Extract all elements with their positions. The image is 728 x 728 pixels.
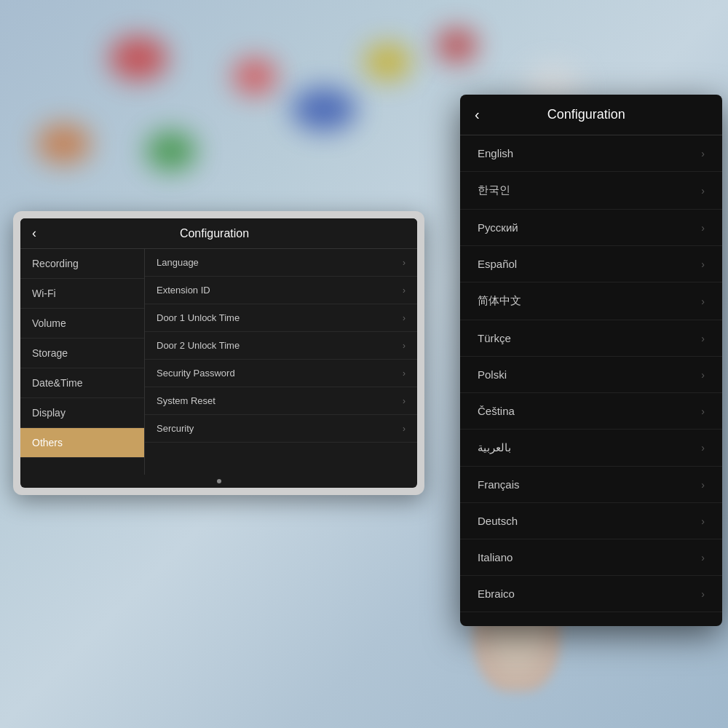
lang-item-german-chevron: › [701,515,705,527]
lang-item-english-chevron: › [701,148,705,159]
lang-item-italian-label: Italiano [478,551,513,563]
menu-item-language[interactable]: Language › [145,249,417,277]
lang-item-korean-label: 한국인 [478,183,510,197]
lang-title: Configuration [491,107,681,122]
lang-item-portuguese[interactable]: Português› [460,612,722,626]
blob-blue [291,87,357,131]
menu-item-door1-unlock-label: Door 1 Unlock Time [157,312,240,323]
lang-item-polish[interactable]: Polski› [460,357,722,393]
menu-item-extension-id-chevron: › [403,285,405,296]
lang-item-chinese-label: 简体中文 [478,294,521,308]
lang-item-korean-chevron: › [701,185,705,197]
device-sidebar: Recording Wi-Fi Volume Storage Date&Time… [20,249,144,475]
sidebar-item-recording[interactable]: Recording [20,249,144,279]
menu-item-door2-unlock[interactable]: Door 2 Unlock Time › [145,332,417,360]
blob-red [109,36,167,80]
lang-item-spanish[interactable]: Español› [460,246,722,282]
sidebar-item-others[interactable]: Others [20,428,144,458]
sidebar-item-storage[interactable]: Storage [20,339,144,368]
lang-item-hebrew-chevron: › [701,588,705,600]
menu-item-extension-id-label: Extension ID [157,285,210,296]
sidebar-item-datetime[interactable]: Date&Time [20,368,144,398]
lang-item-turkish[interactable]: Türkçe› [460,320,722,357]
blob-red3 [437,29,477,62]
lang-item-italian[interactable]: Italiano› [460,539,722,576]
lang-item-hebrew[interactable]: Ebraico› [460,576,722,612]
lang-item-portuguese-label: Português [478,624,527,626]
lang-item-french[interactable]: Français› [460,467,722,503]
lang-item-czech-chevron: › [701,405,705,417]
menu-item-extension-id[interactable]: Extension ID › [145,277,417,304]
device-header: ‹ Configuration [20,218,417,249]
menu-item-door1-unlock[interactable]: Door 1 Unlock Time › [145,304,417,332]
menu-item-system-reset[interactable]: System Reset › [145,387,417,415]
menu-item-door1-unlock-chevron: › [403,313,405,323]
lang-item-german-label: Deutsch [478,515,518,527]
lang-item-korean[interactable]: 한국인› [460,172,722,210]
lang-item-russian-label: Русский [478,221,518,234]
lang-item-czech-label: Čeština [478,405,515,417]
lang-item-russian-chevron: › [701,222,705,234]
lang-item-italian-chevron: › [701,552,705,563]
menu-item-door2-unlock-chevron: › [403,341,405,351]
lang-item-french-chevron: › [701,479,705,491]
device-screen: ‹ Configuration Recording Wi-Fi Volume S… [20,218,417,488]
lang-back-button[interactable]: ‹ [475,106,480,123]
menu-item-language-label: Language [157,257,199,268]
menu-item-sercurity[interactable]: Sercurity › [145,415,417,443]
blob-orange [36,124,91,164]
device-menu: Language › Extension ID › Door 1 Unlock … [144,249,417,475]
sidebar-item-volume[interactable]: Volume [20,309,144,339]
lang-item-english-label: English [478,147,513,159]
sidebar-item-wifi[interactable]: Wi-Fi [20,279,144,309]
lang-item-polish-chevron: › [701,369,705,381]
lang-item-chinese[interactable]: 简体中文› [460,282,722,320]
device-dot [217,479,221,483]
device-back-button[interactable]: ‹ [32,226,36,241]
menu-item-security-password[interactable]: Security Password › [145,360,417,387]
menu-item-security-password-label: Security Password [157,368,235,379]
lang-item-hebrew-label: Ebraico [478,587,515,600]
lang-item-chinese-chevron: › [701,296,705,307]
menu-item-door2-unlock-label: Door 2 Unlock Time [157,340,240,351]
lang-item-french-label: Français [478,478,520,491]
lang-item-spanish-label: Español [478,258,517,270]
lang-list: English›한국인›Русский›Español›简体中文›Türkçe›… [460,135,722,626]
device-panel: ‹ Configuration Recording Wi-Fi Volume S… [13,211,424,495]
menu-item-system-reset-chevron: › [403,396,405,406]
lang-item-arabic[interactable]: بالعربية› [460,430,722,467]
blob-red2 [233,58,277,95]
sidebar-item-display[interactable]: Display [20,398,144,428]
blob-yellow [364,44,411,80]
lang-item-czech[interactable]: Čeština› [460,393,722,430]
lang-item-russian[interactable]: Русский› [460,210,722,246]
lang-item-german[interactable]: Deutsch› [460,503,722,539]
menu-item-sercurity-label: Sercurity [157,423,194,434]
menu-item-sercurity-chevron: › [403,424,405,434]
menu-item-language-chevron: › [403,258,405,268]
lang-item-spanish-chevron: › [701,258,705,270]
lang-header: ‹ Configuration [460,95,722,135]
menu-item-system-reset-label: System Reset [157,395,215,406]
lang-item-arabic-label: بالعربية [478,441,511,454]
device-content: Recording Wi-Fi Volume Storage Date&Time… [20,249,417,475]
lang-item-polish-label: Polski [478,368,507,381]
lang-panel: ‹ Configuration English›한국인›Русский›Espa… [460,95,722,626]
lang-item-portuguese-chevron: › [701,625,705,627]
lang-item-english[interactable]: English› [460,135,722,172]
lang-item-turkish-chevron: › [701,333,705,344]
blob-green [146,131,197,171]
lang-item-turkish-label: Türkçe [478,332,511,344]
lang-item-arabic-chevron: › [701,442,705,454]
device-title: Configuration [45,227,384,240]
menu-item-security-password-chevron: › [403,368,405,379]
